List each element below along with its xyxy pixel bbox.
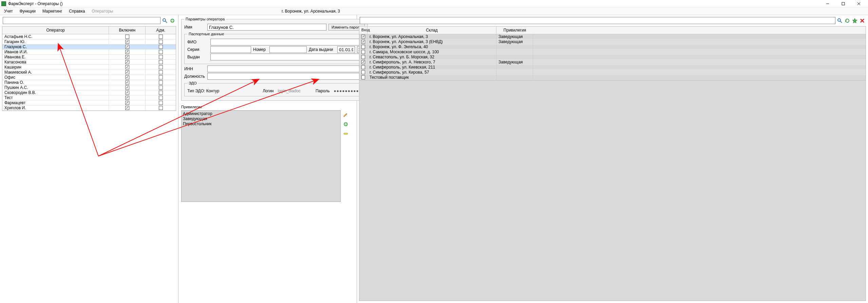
menu-funkcii[interactable]: Функции [16, 8, 39, 14]
minimize-button[interactable] [820, 0, 835, 7]
privileges-listbox[interactable]: АдминистраторЗаведующаяПервостольник [181, 110, 341, 202]
admin-checkbox[interactable] [159, 106, 163, 110]
admin-checkbox[interactable] [159, 70, 163, 74]
menu-marketing[interactable]: Маркетинг [39, 8, 65, 14]
close-button[interactable] [851, 0, 867, 7]
enabled-checkbox[interactable] [125, 55, 129, 59]
enabled-checkbox[interactable] [125, 40, 129, 44]
in-checkbox[interactable] [361, 45, 365, 49]
enabled-checkbox[interactable] [125, 80, 129, 84]
admin-checkbox[interactable] [159, 91, 163, 95]
number-input[interactable] [269, 46, 307, 53]
in-checkbox[interactable] [361, 55, 365, 59]
passport-group: Паспортные данные ФИО Серия Номер Дата в… [184, 32, 365, 64]
admin-checkbox[interactable] [159, 60, 163, 64]
admin-checkbox[interactable] [159, 86, 163, 90]
issued-by-input[interactable] [210, 54, 362, 60]
col-in[interactable]: Вход [359, 26, 367, 34]
refresh-icon[interactable] [844, 18, 850, 24]
table-row[interactable]: Иванова Е. [2, 55, 176, 60]
table-row[interactable]: Тест [2, 95, 176, 100]
delete-icon[interactable] [859, 18, 865, 24]
series-input[interactable] [210, 46, 251, 53]
col-admin[interactable]: Адм. [146, 26, 176, 34]
list-item[interactable]: Первостольник [183, 121, 339, 127]
menu-uchet[interactable]: Учет [1, 8, 16, 14]
admin-checkbox[interactable] [159, 55, 163, 59]
table-row[interactable]: Офис [2, 75, 176, 80]
table-row[interactable]: г. Симферополь, ул. Киевская, 211 [359, 65, 866, 70]
maximize-button[interactable] [835, 0, 851, 7]
enabled-checkbox[interactable] [125, 60, 129, 64]
add-icon[interactable] [169, 18, 175, 24]
table-row[interactable]: Фармацевт [2, 100, 176, 106]
admin-checkbox[interactable] [159, 40, 163, 44]
remove-privilege-icon[interactable] [343, 131, 349, 137]
in-checkbox[interactable] [361, 40, 365, 44]
table-row[interactable]: Пушкин А.С. [2, 85, 176, 90]
inn-input[interactable] [207, 65, 365, 72]
in-checkbox[interactable] [361, 60, 365, 64]
enabled-checkbox[interactable] [125, 45, 129, 49]
table-row[interactable]: г. Воронеж, ул. Ф. Энгельса, 40 [359, 44, 866, 50]
edit-icon[interactable] [343, 112, 349, 118]
list-item[interactable]: Заведующая [183, 116, 339, 121]
right-search-input[interactable] [360, 17, 835, 24]
table-row[interactable]: Иванов И.И. [2, 50, 176, 55]
enabled-checkbox[interactable] [125, 70, 129, 74]
table-row[interactable]: г. Симферополь, ул. А. Невского, 7Заведу… [359, 60, 866, 65]
enabled-checkbox[interactable] [125, 101, 129, 105]
admin-checkbox[interactable] [159, 45, 163, 49]
admin-checkbox[interactable] [159, 35, 163, 39]
table-row[interactable]: Макиевский А. [2, 70, 176, 75]
enabled-checkbox[interactable] [125, 96, 129, 100]
search-icon[interactable] [162, 18, 168, 24]
admin-checkbox[interactable] [159, 65, 163, 69]
fio-input[interactable] [210, 39, 362, 45]
in-checkbox[interactable] [361, 70, 365, 74]
in-checkbox[interactable] [361, 75, 365, 79]
enabled-checkbox[interactable] [125, 75, 129, 79]
table-row[interactable]: Катасонова [2, 60, 176, 65]
add-privilege-icon[interactable] [343, 121, 349, 127]
admin-checkbox[interactable] [159, 75, 163, 79]
table-row[interactable]: г. Симферополь, ул. Кирова, 57 [359, 70, 866, 75]
enabled-checkbox[interactable] [125, 35, 129, 39]
col-privilege[interactable]: Привилегия [496, 26, 533, 34]
enabled-checkbox[interactable] [125, 86, 129, 90]
in-checkbox[interactable] [361, 35, 365, 39]
admin-checkbox[interactable] [159, 50, 163, 54]
left-search-input[interactable] [3, 17, 161, 24]
table-row[interactable]: Тестовый поставщик [359, 75, 866, 80]
admin-checkbox[interactable] [159, 96, 163, 100]
table-row[interactable]: г. Севастополь, ул. Б. Морская, 32 [359, 55, 866, 60]
table-row[interactable]: г. Воронеж, ул. Арсенальная, 3 (ЕНВД)Зав… [359, 39, 866, 44]
in-checkbox[interactable] [361, 50, 365, 54]
admin-checkbox[interactable] [159, 101, 163, 105]
col-operator[interactable]: Оператор [2, 26, 109, 34]
position-input[interactable] [207, 73, 365, 80]
table-row[interactable]: Хриплов И. [2, 106, 176, 111]
enabled-checkbox[interactable] [125, 65, 129, 69]
list-item[interactable]: Администратор [183, 111, 339, 116]
menu-spravka[interactable]: Справка [65, 8, 88, 14]
star-icon[interactable] [852, 18, 858, 24]
admin-checkbox[interactable] [159, 80, 163, 84]
col-enabled[interactable]: Включен [109, 26, 146, 34]
table-row[interactable]: г. Воронеж, ул. Арсенальная, 3Заведующая [359, 34, 866, 39]
table-row[interactable]: Панина О. [2, 80, 176, 85]
col-warehouse[interactable]: Склад [367, 26, 496, 34]
issue-date-input[interactable] [337, 46, 355, 53]
name-input[interactable] [207, 24, 326, 31]
search-icon[interactable] [837, 18, 843, 24]
enabled-checkbox[interactable] [125, 106, 129, 110]
enabled-checkbox[interactable] [125, 91, 129, 95]
in-checkbox[interactable] [361, 65, 365, 69]
table-row[interactable]: Глазунов С. [2, 44, 176, 50]
table-row[interactable]: Астафьев Н.С. [2, 34, 176, 39]
table-row[interactable]: Гагарин Ю. [2, 39, 176, 44]
table-row[interactable]: Сковородин В.В. [2, 90, 176, 95]
enabled-checkbox[interactable] [125, 50, 129, 54]
table-row[interactable]: Каширин [2, 65, 176, 70]
table-row[interactable]: г. Самара, Московское шоссе, д. 100 [359, 50, 866, 55]
